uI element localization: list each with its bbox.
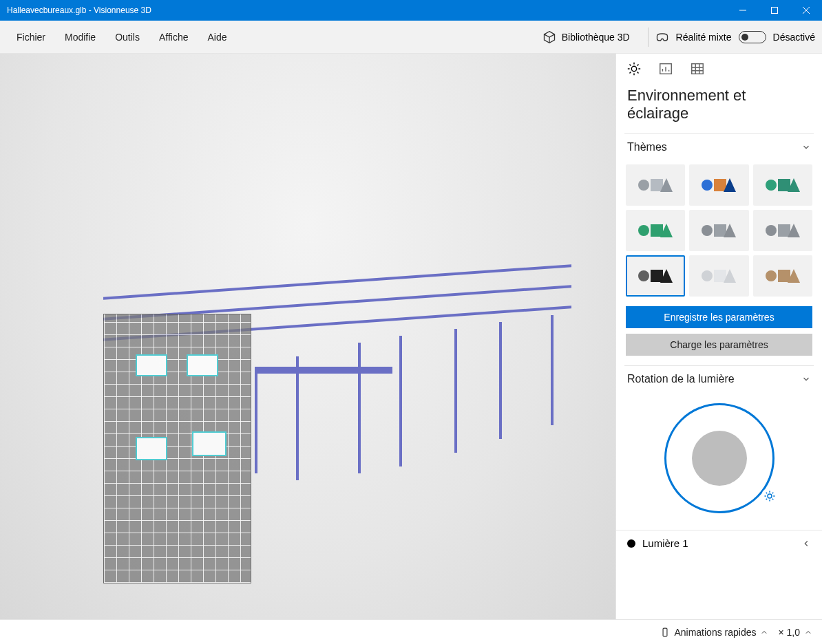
tab-stats[interactable] [657, 61, 674, 77]
theme-tile[interactable] [626, 255, 685, 297]
model-office-block [103, 314, 251, 583]
mixed-reality-label: Réalité mixte [676, 32, 732, 43]
mixed-reality-group: Réalité mixte Désactivé [655, 30, 815, 44]
chevron-left-icon [801, 539, 811, 548]
light-rotation-ring[interactable] [664, 403, 774, 513]
headset-icon [655, 30, 669, 44]
themes-header[interactable]: Thèmes [616, 134, 822, 160]
theme-tile[interactable] [626, 210, 685, 251]
menu-fichier[interactable]: Fichier [7, 32, 55, 43]
theme-tile[interactable] [689, 164, 748, 206]
svg-point-4 [631, 66, 636, 71]
menu-divider [648, 28, 649, 47]
menu-bar: Fichier Modifie Outils Affiche Aide Bibl… [0, 21, 822, 54]
load-settings-button[interactable]: Charge les paramètres [626, 334, 812, 356]
save-settings-button[interactable]: Enregistre les paramètres [626, 306, 812, 328]
right-panel: Environnement et éclairage Thèmes Enregi… [615, 54, 822, 619]
panel-tabs [616, 54, 822, 84]
light-rotation-header[interactable]: Rotation de la lumière [616, 366, 822, 392]
theme-tile[interactable] [626, 164, 685, 206]
svg-rect-8 [663, 628, 667, 636]
menu-modifie[interactable]: Modifie [55, 32, 105, 43]
close-button[interactable] [790, 0, 822, 21]
chevron-up-icon [760, 628, 768, 636]
light-color-dot [627, 539, 635, 548]
viewport-3d[interactable] [0, 54, 615, 619]
menu-outils[interactable]: Outils [105, 32, 149, 43]
maximize-icon [771, 7, 778, 14]
theme-tile[interactable] [753, 210, 812, 251]
svg-rect-1 [772, 8, 778, 14]
sun-icon [763, 490, 776, 502]
sun-icon [626, 61, 642, 76]
panel-title: Environnement et éclairage [616, 84, 822, 133]
grid-icon [690, 61, 705, 76]
menu-affiche[interactable]: Affiche [149, 32, 198, 43]
maximize-button[interactable] [759, 0, 790, 21]
theme-tile[interactable] [689, 255, 748, 297]
tab-grid[interactable] [689, 61, 706, 77]
window-title: Halleavecbureaux.glb - Visionneuse 3D [0, 6, 727, 15]
chevron-up-icon [804, 628, 812, 636]
svg-point-7 [768, 494, 772, 498]
chevron-down-icon [801, 142, 811, 152]
light-rotation-label: Rotation de la lumière [627, 373, 735, 385]
svg-rect-6 [692, 64, 704, 74]
menu-aide[interactable]: Aide [198, 32, 237, 43]
theme-tile[interactable] [753, 164, 812, 206]
main-area: Environnement et éclairage Thèmes Enregi… [0, 54, 822, 619]
light-item-1[interactable]: Lumière 1 [616, 530, 822, 556]
library-3d-button[interactable]: Bibliothèque 3D [531, 30, 641, 44]
animations-label: Animations rapides [674, 627, 756, 638]
close-icon [803, 7, 810, 14]
light-rotation-handle[interactable] [761, 488, 778, 504]
light-label: Lumière 1 [642, 537, 794, 549]
light-rotation-control[interactable] [616, 392, 822, 530]
minimize-icon [739, 7, 746, 14]
title-bar: Halleavecbureaux.glb - Visionneuse 3D [0, 0, 822, 21]
phone-icon [660, 627, 670, 638]
animations-control[interactable]: Animations rapides [660, 627, 768, 638]
themes-label: Thèmes [627, 141, 667, 153]
theme-tile[interactable] [753, 255, 812, 297]
minimize-button[interactable] [727, 0, 759, 21]
cube-icon [542, 30, 556, 44]
theme-tile[interactable] [689, 210, 748, 251]
speed-value: × 1,0 [778, 627, 800, 638]
stats-icon [658, 61, 673, 76]
mixed-reality-state: Désactivé [773, 32, 815, 43]
status-bar: Animations rapides × 1,0 [0, 619, 822, 644]
themes-grid [616, 160, 822, 306]
speed-control[interactable]: × 1,0 [778, 627, 812, 638]
library-3d-label: Bibliothèque 3D [562, 32, 630, 43]
mixed-reality-toggle[interactable] [739, 31, 766, 43]
window-controls [727, 0, 822, 21]
light-rotation-inner [692, 431, 747, 486]
chevron-down-icon [801, 374, 811, 384]
tab-environment[interactable] [626, 61, 642, 77]
